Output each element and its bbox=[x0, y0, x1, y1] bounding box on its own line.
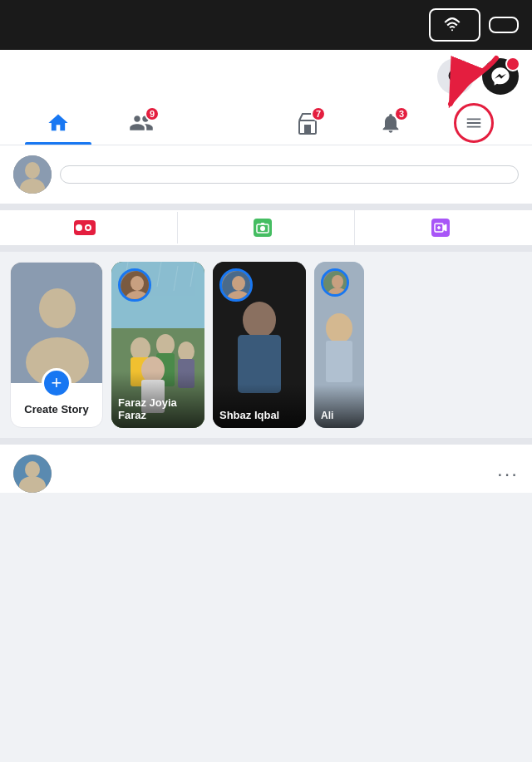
create-story-label: Create Story bbox=[17, 403, 95, 422]
create-story-card[interactable]: + Create Story bbox=[10, 262, 103, 428]
stories-section: + Create Story bbox=[0, 252, 532, 445]
svg-point-54 bbox=[25, 461, 40, 478]
shbaz-avatar bbox=[219, 268, 253, 302]
home-icon bbox=[47, 111, 70, 135]
svg-rect-49 bbox=[326, 341, 352, 382]
svg-point-48 bbox=[326, 313, 352, 343]
post-more-button[interactable]: ··· bbox=[497, 462, 519, 485]
live-button[interactable] bbox=[0, 212, 178, 243]
shbaz-story-name: Shbaz Iqbal bbox=[213, 384, 306, 428]
svg-point-42 bbox=[243, 302, 276, 338]
create-story-bg bbox=[11, 263, 103, 383]
post-avatar-image bbox=[13, 455, 52, 493]
create-story-plus-button[interactable]: + bbox=[42, 368, 71, 398]
current-user-avatar bbox=[13, 155, 52, 194]
user-avatar-image bbox=[13, 155, 52, 194]
live-icon bbox=[74, 220, 96, 235]
nav-watch[interactable] bbox=[183, 101, 266, 145]
data-mode-buttons bbox=[429, 8, 519, 42]
marketplace-badge: 7 bbox=[311, 106, 326, 121]
wifi-icon bbox=[444, 17, 461, 33]
buy-data-button[interactable] bbox=[429, 8, 480, 42]
friends-badge: 9 bbox=[145, 106, 160, 121]
svg-point-10 bbox=[25, 162, 40, 179]
ali-avatar bbox=[321, 268, 349, 297]
story-faraz[interactable]: Faraz JoyiaFaraz bbox=[111, 262, 204, 428]
faraz-story-name: Faraz JoyiaFaraz bbox=[111, 371, 204, 428]
room-icon bbox=[431, 219, 450, 237]
nav-friends[interactable]: 9 bbox=[100, 101, 183, 145]
post-user-info bbox=[13, 455, 60, 493]
menu-icon bbox=[465, 114, 483, 132]
story-ali[interactable]: Ali bbox=[314, 262, 364, 428]
post-box-section bbox=[0, 145, 532, 210]
red-arrow bbox=[442, 50, 509, 116]
svg-point-15 bbox=[260, 226, 265, 231]
post-user-avatar bbox=[13, 455, 52, 493]
action-buttons-row bbox=[0, 210, 532, 252]
svg-point-51 bbox=[332, 275, 343, 288]
svg-point-39 bbox=[131, 276, 144, 291]
photo-icon bbox=[254, 219, 272, 237]
photo-button[interactable] bbox=[178, 210, 356, 245]
post-input[interactable] bbox=[60, 165, 519, 184]
ali-story-name: Ali bbox=[314, 385, 364, 428]
nav-home[interactable] bbox=[17, 101, 100, 145]
post-header: ··· bbox=[13, 455, 519, 493]
room-button[interactable] bbox=[355, 210, 532, 245]
svg-point-20 bbox=[39, 288, 76, 328]
go-free-button[interactable] bbox=[489, 17, 519, 33]
faraz-story-bg: Faraz JoyiaFaraz bbox=[111, 262, 204, 428]
create-story-photo-area: + bbox=[11, 263, 102, 383]
svg-rect-7 bbox=[304, 125, 311, 134]
svg-point-34 bbox=[178, 342, 195, 361]
svg-point-0 bbox=[451, 29, 453, 31]
svg-point-13 bbox=[86, 226, 90, 229]
nav-notifications[interactable]: 3 bbox=[349, 101, 432, 145]
svg-point-32 bbox=[156, 334, 175, 356]
nav-marketplace[interactable]: 7 bbox=[266, 101, 349, 145]
post-section: ··· bbox=[0, 445, 532, 493]
story-shbaz[interactable]: Shbaz Iqbal bbox=[213, 262, 306, 428]
svg-point-30 bbox=[131, 337, 150, 361]
svg-point-45 bbox=[232, 276, 245, 291]
notifications-badge: 3 bbox=[394, 106, 409, 121]
faraz-avatar bbox=[118, 268, 151, 302]
data-mode-bar bbox=[0, 0, 532, 50]
